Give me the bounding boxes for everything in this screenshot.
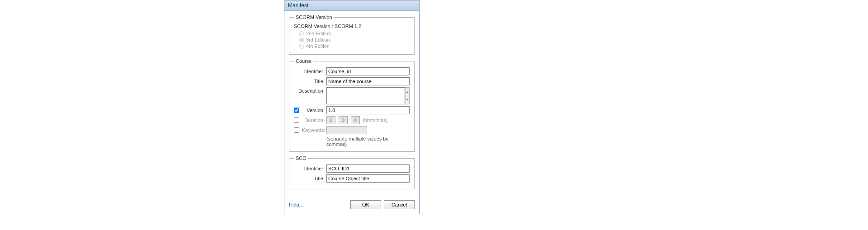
cancel-button[interactable]: Cancel [384,200,415,209]
course-legend: Course [294,58,313,64]
edition-3rd-radio [299,38,304,42]
sco-title-input[interactable] [326,174,410,183]
scorm-version-group: SCORM Version SCORM Version : SCORM 1.2 … [289,14,415,55]
sco-legend: SCO [294,155,308,161]
duration-format-hint: (hh:mm:ss) [363,117,387,123]
sco-identifier-label: Identifier: [294,166,326,171]
sco-title-row: Title: [294,174,410,183]
course-keywords-label: Keywords: [302,127,326,133]
keywords-checkbox[interactable] [294,127,299,133]
course-version-label: Version: [302,108,326,113]
duration-minutes-spin [339,116,348,124]
scroll-up-icon[interactable]: ▴ [406,88,409,96]
keywords-hint: (separate multiple values by commas) [326,136,410,147]
duration-hours-input [327,117,335,124]
version-checkbox[interactable] [294,108,299,113]
course-description-textarea[interactable] [326,87,405,104]
course-identifier-row: Identifier: [294,67,410,75]
edition-2nd-label: 2nd Edition [306,31,331,36]
scroll-down-icon[interactable]: ▾ [406,96,409,104]
duration-checkbox[interactable] [294,117,299,123]
sco-title-label: Title: [294,176,326,181]
dialog-footer: Help... OK Cancel [284,197,419,214]
edition-4th-label: 4th Edition [306,43,330,49]
dialog-title: Manifest [288,2,308,9]
duration-seconds-spin [351,116,360,124]
course-duration-row: Duration: : : (hh:mm:ss) [294,116,410,124]
edition-4th-radio [299,44,304,49]
duration-seconds-input [351,117,359,124]
dialog-content: SCORM Version SCORM Version : SCORM 1.2 … [284,11,419,197]
course-title-row: Title: [294,77,410,85]
course-description-row: Description: ▴ ▾ [294,87,410,104]
course-duration-label: Duration: [302,117,326,123]
course-title-label: Title: [294,79,326,84]
scorm-version-label: SCORM Version : SCORM 1.2 [294,23,410,29]
scorm-version-legend: SCORM Version [294,14,334,20]
duration-hours-spin [326,116,335,124]
course-identifier-input[interactable] [326,67,410,75]
course-version-input[interactable] [326,106,410,114]
edition-2nd-radio [299,31,304,36]
course-description-label: Description: [294,87,326,94]
edition-2nd-row: 2nd Edition [299,31,410,36]
course-keywords-input [326,126,367,134]
course-title-input[interactable] [326,77,410,85]
sco-identifier-row: Identifier: [294,164,410,173]
course-identifier-label: Identifier: [294,69,326,74]
help-link[interactable]: Help... [289,202,303,207]
course-group: Course Identifier: Title: Description: ▴… [289,58,415,152]
dialog-titlebar[interactable]: Manifest [284,0,419,11]
sco-identifier-input[interactable] [326,164,410,173]
duration-minutes-input [339,117,347,124]
description-scroll[interactable]: ▴ ▾ [405,87,410,104]
ok-button[interactable]: OK [350,200,381,209]
course-version-row: Version: [294,106,410,114]
edition-3rd-label: 3rd Edition [306,37,330,42]
manifest-dialog: Manifest SCORM Version SCORM Version : S… [284,0,420,214]
edition-3rd-row: 3rd Edition [299,37,410,42]
sco-group: SCO Identifier: Title: [289,155,415,189]
edition-4th-row: 4th Edition [299,43,410,49]
course-keywords-row: Keywords: [294,126,410,134]
